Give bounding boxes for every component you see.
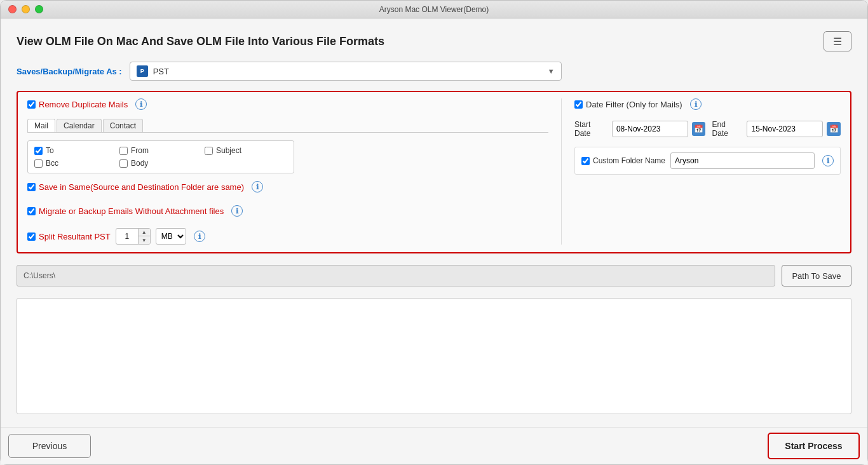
split-label: Split Resultant PST — [39, 232, 111, 241]
saves-row: Saves/Backup/Migrate As : P PST ▼ — [17, 62, 851, 81]
migrate-group: Migrate or Backup Emails Without Attachm… — [27, 206, 224, 216]
to-label: To — [46, 146, 54, 155]
date-filter-row: Date Filter (Only for Mails) ℹ — [574, 98, 841, 110]
date-filter-info-icon[interactable]: ℹ — [690, 98, 702, 110]
previous-button[interactable]: Previous — [8, 434, 91, 458]
split-unit-select[interactable]: MB GB — [156, 228, 186, 245]
saves-label: Saves/Backup/Migrate As : — [17, 67, 122, 76]
remove-duplicate-info-icon[interactable]: ℹ — [135, 98, 147, 110]
remove-duplicate-label: Remove Duplicate Mails — [39, 100, 128, 109]
migrate-row: Migrate or Backup Emails Without Attachm… — [27, 205, 548, 217]
path-to-save-button[interactable]: Path To Save — [782, 265, 851, 286]
custom-folder-info-icon[interactable]: ℹ — [822, 155, 834, 166]
right-panel: Date Filter (Only for Mails) ℹ Start Dat… — [561, 98, 841, 245]
save-in-same-checkbox[interactable] — [27, 183, 36, 191]
main-window: Aryson Mac OLM Viewer(Demo) View OLM Fil… — [0, 0, 868, 465]
end-date-input[interactable] — [747, 121, 823, 137]
close-button[interactable] — [8, 5, 17, 13]
main-content: View OLM File On Mac And Save OLM File I… — [1, 18, 867, 427]
body-label: Body — [131, 159, 148, 168]
body-checkbox-item: Body — [119, 159, 202, 168]
from-checkbox[interactable] — [119, 147, 128, 155]
remove-duplicate-checkbox[interactable] — [27, 100, 36, 109]
date-filter-label: Date Filter (Only for Mails) — [586, 100, 682, 109]
save-in-same-group: Save in Same(Source and Destination Fold… — [27, 182, 244, 192]
to-checkbox-item: To — [34, 146, 117, 155]
page-title: View OLM File On Mac And Save OLM File I… — [17, 35, 384, 48]
save-in-same-row: Save in Same(Source and Destination Fold… — [27, 181, 548, 192]
subject-checkbox[interactable] — [205, 147, 213, 155]
split-checkbox[interactable] — [27, 232, 36, 241]
format-dropdown[interactable]: P PST ▼ — [130, 62, 562, 81]
split-group: Split Resultant PST — [27, 232, 111, 241]
remove-duplicate-row: Remove Duplicate Mails ℹ — [27, 98, 548, 110]
start-process-button[interactable]: Start Process — [768, 433, 860, 459]
start-date-input[interactable] — [612, 121, 688, 137]
spinner-buttons: ▲ ▼ — [138, 228, 150, 245]
tab-calendar[interactable]: Calendar — [57, 119, 102, 132]
start-date-calendar-icon[interactable]: 📅 — [692, 122, 706, 136]
menu-button[interactable]: ☰ — [824, 31, 851, 51]
bcc-label: Bcc — [46, 159, 58, 168]
custom-folder-row: Custom Folder Name ℹ — [574, 147, 841, 175]
log-area — [17, 298, 851, 414]
migrate-label: Migrate or Backup Emails Without Attachm… — [39, 206, 224, 216]
save-in-same-info-icon[interactable]: ℹ — [252, 181, 263, 192]
date-filter-checkbox[interactable] — [574, 100, 583, 109]
bcc-checkbox-item: Bcc — [34, 159, 117, 168]
save-path-input[interactable] — [17, 265, 775, 286]
end-date-group: End Date 📅 — [712, 120, 841, 138]
custom-folder-checkbox[interactable] — [581, 157, 590, 165]
body-checkbox[interactable] — [119, 159, 128, 168]
start-date-label: Start Date — [574, 120, 608, 138]
minimize-button[interactable] — [22, 5, 30, 13]
custom-folder-label: Custom Folder Name — [593, 156, 665, 165]
end-date-label: End Date — [712, 120, 743, 138]
options-panel: Remove Duplicate Mails ℹ Mail Calendar C… — [17, 91, 851, 253]
split-row: Split Resultant PST 1 ▲ ▼ MB GB ℹ — [27, 228, 548, 245]
custom-folder-input[interactable] — [670, 152, 815, 169]
from-checkbox-item: From — [119, 146, 202, 155]
tabs-row: Mail Calendar Contact — [27, 119, 548, 133]
start-date-group: Start Date 📅 — [574, 120, 705, 138]
bcc-checkbox[interactable] — [34, 159, 43, 168]
save-in-same-label: Save in Same(Source and Destination Fold… — [39, 182, 244, 192]
migrate-checkbox[interactable] — [27, 207, 36, 215]
dates-row: Start Date 📅 End Date 📅 — [574, 120, 841, 138]
split-info-icon[interactable]: ℹ — [194, 231, 205, 242]
to-checkbox[interactable] — [34, 147, 43, 155]
duplicate-fields-grid: To From Subject Bcc — [27, 140, 294, 173]
pst-icon: P — [137, 65, 148, 77]
migrate-info-icon[interactable]: ℹ — [231, 205, 243, 217]
traffic-lights — [8, 5, 43, 13]
remove-duplicate-checkbox-group: Remove Duplicate Mails — [27, 100, 128, 109]
window-title: Aryson Mac OLM Viewer(Demo) — [379, 5, 489, 14]
maximize-button[interactable] — [35, 5, 43, 13]
title-bar: Aryson Mac OLM Viewer(Demo) — [1, 1, 867, 18]
header-row: View OLM File On Mac And Save OLM File I… — [17, 31, 851, 51]
spinner-up-button[interactable]: ▲ — [139, 228, 150, 236]
date-filter-group: Date Filter (Only for Mails) — [574, 100, 682, 109]
pst-label: PST — [153, 67, 543, 76]
custom-folder-group: Custom Folder Name — [581, 156, 665, 165]
tab-mail[interactable]: Mail — [27, 119, 55, 132]
subject-checkbox-item: Subject — [205, 146, 287, 155]
subject-label: Subject — [216, 146, 241, 155]
left-panel: Remove Duplicate Mails ℹ Mail Calendar C… — [27, 98, 561, 245]
end-date-calendar-icon[interactable]: 📅 — [827, 122, 841, 136]
from-label: From — [131, 146, 149, 155]
split-value-spinner: 1 ▲ ▼ — [116, 228, 151, 245]
bottom-bar: Previous Start Process — [1, 427, 867, 464]
split-value: 1 — [116, 232, 138, 241]
spinner-down-button[interactable]: ▼ — [139, 236, 150, 245]
tab-contact[interactable]: Contact — [103, 119, 143, 132]
chevron-down-icon: ▼ — [548, 67, 555, 75]
path-row: Path To Save — [17, 261, 851, 290]
